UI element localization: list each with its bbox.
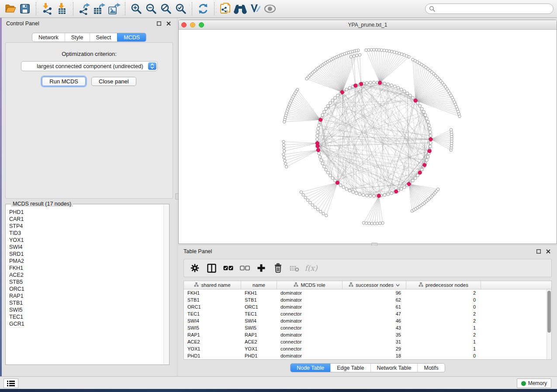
tab-mcds[interactable]: MCDS (117, 33, 146, 41)
tab-select[interactable]: Select (90, 33, 118, 41)
close-panel-icon[interactable] (545, 248, 552, 255)
cell-successor_nodes: 29 (343, 346, 406, 351)
mcds-result-item[interactable]: TEC1 (9, 313, 169, 320)
cell-successor_nodes: 35 (343, 332, 406, 337)
zoom-selected-icon[interactable] (173, 2, 188, 16)
zoom-in-icon[interactable] (129, 2, 144, 16)
table-row[interactable]: FKH1FKH1dominator962 (184, 289, 551, 296)
close-panel-icon[interactable] (165, 20, 172, 27)
close-panel-button[interactable]: Close panel (91, 77, 136, 86)
import-table-icon[interactable] (55, 2, 69, 16)
refresh-view-icon[interactable] (196, 2, 211, 16)
zoom-fit-icon[interactable] (159, 2, 173, 16)
mcds-result-item[interactable]: FKH1 (9, 265, 169, 272)
table-row[interactable]: SWI4SWI4dominator462 (184, 317, 551, 324)
table-row[interactable]: RAP1RAP1dominator352 (184, 331, 551, 338)
mcds-result-item[interactable]: STB1 (9, 299, 169, 306)
mcds-result-item[interactable]: PMA2 (9, 258, 169, 265)
network-document-icon[interactable] (218, 2, 233, 16)
mcds-result-item[interactable]: STP4 (9, 223, 169, 230)
select-all-checked-icon[interactable] (222, 262, 234, 274)
sort-chevron-icon[interactable] (396, 282, 400, 288)
zoom-out-icon[interactable] (144, 2, 159, 16)
mcds-result-item[interactable]: RAP1 (9, 292, 169, 299)
table-tabs: Node TableEdge TableNetwork TableMotifs (290, 363, 445, 372)
cell-mcds_role: connector (277, 325, 343, 330)
mcds-result-item[interactable]: YOX1 (9, 237, 169, 244)
network-graph-canvas[interactable] (179, 30, 557, 244)
scrollbar-thumb[interactable] (547, 291, 551, 333)
cell-name: STB1 (241, 297, 277, 303)
float-panel-icon[interactable] (535, 248, 542, 255)
criterion-dropdown[interactable]: largest connected component (undirected) (21, 61, 158, 71)
export-image-icon[interactable] (107, 2, 121, 16)
open-session-icon[interactable] (3, 2, 17, 16)
float-panel-icon[interactable] (156, 20, 163, 27)
cell-successor_nodes: 43 (343, 325, 406, 330)
toolbar-separator (36, 2, 36, 15)
cell-mcds_role: dominator (277, 332, 343, 337)
cell-name: ACE2 (241, 339, 277, 344)
table-row[interactable]: ACE2ACE2connector311 (184, 338, 551, 345)
result-scrollbar[interactable] (163, 205, 169, 364)
mcds-result-item[interactable]: ORC1 (9, 285, 169, 292)
cell-name: FKH1 (241, 290, 277, 296)
table-tab-network-table[interactable]: Network Table (370, 364, 418, 372)
cell-successor_nodes: 61 (343, 304, 406, 309)
eye-preview-icon[interactable] (263, 2, 277, 16)
network-window-titlebar[interactable]: YPA_prune.txt_1 (179, 20, 557, 30)
mcds-result-item[interactable]: TID3 (9, 230, 169, 237)
column-header-predecessor-nodes[interactable]: predecessor nodes (406, 281, 481, 289)
mcds-result-item[interactable]: SRD1 (9, 251, 169, 258)
mcds-result-item[interactable]: SWI5 (9, 306, 169, 313)
table-row[interactable]: ORC1ORC1dominator610 (184, 303, 551, 310)
table-body: FKH1FKH1dominator962STB1STB1dominator620… (184, 289, 551, 359)
mcds-result-item[interactable]: CAR1 (9, 216, 169, 223)
column-header-name[interactable]: name (241, 281, 277, 289)
tab-network[interactable]: Network (32, 33, 65, 41)
table-row[interactable]: YOX1YOX1connector291 (184, 345, 551, 352)
run-mcds-button[interactable]: Run MCDS (42, 77, 86, 86)
delete-column-trash-icon[interactable] (272, 262, 284, 274)
table-panel: Table Panel f(x) shared namenameMCDS rol… (178, 246, 557, 376)
show-columns-icon[interactable] (206, 262, 217, 274)
memory-button[interactable]: Memory (517, 378, 551, 388)
export-network-icon[interactable] (77, 2, 92, 16)
tab-style[interactable]: Style (65, 33, 90, 41)
export-table-icon[interactable] (92, 2, 107, 16)
delete-table-disabled-icon (289, 262, 300, 274)
table-row[interactable]: PHD1PHD1dominator180 (184, 352, 551, 359)
mcds-result-item[interactable]: ACE2 (9, 272, 169, 279)
deselect-all-unchecked-icon[interactable] (239, 262, 250, 274)
global-search[interactable] (425, 3, 554, 14)
mcds-result-item[interactable]: GCR1 (9, 320, 169, 327)
table-tab-edge-table[interactable]: Edge Table (330, 364, 370, 372)
cell-mcds_role: connector (277, 346, 343, 351)
column-header-shared-name[interactable]: shared name (184, 281, 241, 289)
node-table: shared namenameMCDS rolesuccessor nodesp… (183, 281, 552, 360)
search-input[interactable] (435, 4, 553, 13)
table-row[interactable]: STB1STB1dominator620 (184, 296, 551, 303)
column-header-successor-nodes[interactable]: successor nodes (343, 281, 406, 289)
network-window-title: YPA_prune.txt_1 (179, 22, 557, 28)
table-settings-gear-icon[interactable] (189, 262, 201, 274)
task-history-button[interactable] (3, 378, 18, 388)
table-tab-node-table[interactable]: Node Table (291, 364, 330, 372)
table-row[interactable]: SWI5SWI5connector431 (184, 324, 551, 331)
cell-successor_nodes: 46 (343, 318, 406, 323)
table-scrollbar[interactable] (547, 289, 551, 359)
mcds-result-item[interactable]: PHD1 (9, 209, 169, 216)
binoculars-search-icon[interactable] (233, 2, 248, 16)
import-network-icon[interactable] (40, 2, 55, 16)
mcds-result-item[interactable]: STB5 (9, 279, 169, 285)
mcds-result-item[interactable]: SWI4 (9, 244, 169, 251)
save-session-icon[interactable] (17, 2, 32, 16)
visual-style-icon[interactable] (248, 2, 263, 16)
leaf-nodes-group[interactable] (282, 48, 461, 225)
cell-shared_name: ORC1 (184, 304, 241, 309)
add-column-plus-icon[interactable] (256, 262, 267, 274)
table-tab-motifs[interactable]: Motifs (417, 364, 444, 372)
column-header-MCDS-role[interactable]: MCDS role (277, 281, 343, 289)
list-icon (7, 380, 15, 386)
table-row[interactable]: TEC1TEC1connector472 (184, 310, 551, 317)
